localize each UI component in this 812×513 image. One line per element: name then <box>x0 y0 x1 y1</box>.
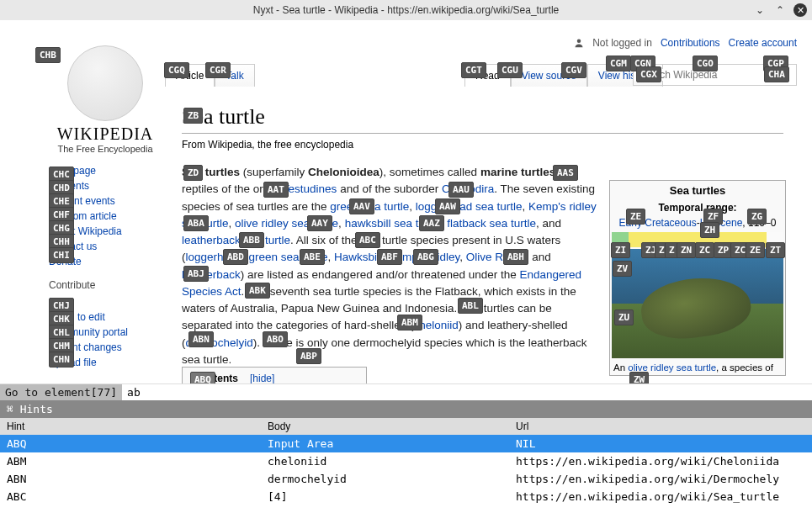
svg-point-0 <box>577 40 581 44</box>
prompt-label: Go to element[77] <box>0 384 122 400</box>
contribute-heading: Contribute <box>49 279 167 291</box>
wikipedia-logo[interactable]: WIKIPEDIA The Free Encyclopedia <box>50 45 160 154</box>
infobox-image[interactable] <box>612 249 783 358</box>
hint-tag: ZC <box>695 242 714 258</box>
hint-tag: ZE <box>626 209 645 225</box>
hints-panel: ⌘ Hints Hint Body Url ABQInput AreaNILAB… <box>0 400 812 505</box>
article-body: Sea turtles (superfamily Chelonioidea), … <box>182 164 598 368</box>
col-hint: Hint <box>0 418 261 435</box>
logo-subtitle: The Free Encyclopedia <box>50 144 160 154</box>
create-account-link[interactable]: Create account <box>729 37 797 49</box>
link-testudines[interactable]: Testudines <box>283 182 337 195</box>
hints-header: ⌘ Hints <box>0 400 812 418</box>
hint-tag: ABO <box>263 331 288 347</box>
person-icon <box>574 38 584 48</box>
close-button[interactable]: ✕ <box>793 3 807 17</box>
window-titlebar: Nyxt - Sea turtle - Wikipedia - https://… <box>0 0 812 20</box>
hint-tag: ABA <box>183 215 209 231</box>
hint-tag: ABM <box>397 315 422 331</box>
minibuffer-prompt: Go to element[77] ab <box>0 383 812 400</box>
toc-hide-link[interactable]: [hide] <box>250 373 274 383</box>
hint-tag: ZU <box>614 309 634 325</box>
hints-row[interactable]: ABMcheloniidhttps://en.wikipedia.org/wik… <box>0 452 812 470</box>
hint-tag: ABE <box>300 249 325 265</box>
hint-tag: ZH <box>700 222 719 238</box>
link-hawksbill-2[interactable]: Hawksbill <box>334 251 382 263</box>
hint-tag: CGT <box>461 62 486 78</box>
hint-tag: CGV <box>561 62 586 78</box>
hint-tag: ZE <box>746 242 765 258</box>
contributions-link[interactable]: Contributions <box>661 37 720 49</box>
hint-tag: ZN <box>677 242 696 258</box>
hint-tag: ZT <box>766 242 785 258</box>
minimize-button[interactable]: ⌄ <box>753 3 767 17</box>
col-body: Body <box>261 418 509 435</box>
hint-tag: ZV <box>613 261 632 277</box>
hint-tag: AAV <box>349 198 374 214</box>
hint-tag: ABQ <box>190 372 215 383</box>
globe-icon <box>67 45 143 121</box>
link-flatback[interactable]: flatback sea turtle <box>447 217 536 230</box>
hint-tag: CHA <box>764 66 789 82</box>
page-viewport: Not logged in Contributions Create accou… <box>0 20 812 383</box>
hint-tag: AAY <box>307 215 332 231</box>
hint-tag: CHN <box>49 352 74 368</box>
top-user-nav: Not logged in Contributions Create accou… <box>574 37 797 49</box>
hint-tag: ZB <box>183 108 203 124</box>
hint-tag: ZW <box>629 372 649 383</box>
hint-tag: CGQ <box>164 62 189 78</box>
hint-tag: AAU <box>448 182 474 198</box>
hint-tag: ABL <box>458 298 483 314</box>
window-title: Nyxt - Sea turtle - Wikipedia - https://… <box>253 4 559 16</box>
col-url: Url <box>509 418 812 435</box>
hint-tag: CGR <box>205 62 231 78</box>
hints-row[interactable]: ABC[4]https://en.wikipedia.org/wiki/Sea_… <box>0 488 812 505</box>
hint-tag: CGO <box>693 56 718 71</box>
link-leatherback[interactable]: leatherback sea turtle <box>182 234 290 246</box>
hint-tag: ABG <box>413 249 438 265</box>
hint-tag: CGM <box>606 56 631 71</box>
hint-tag: ABB <box>239 232 264 248</box>
link-loggerhead[interactable]: loggerhead sea turtle <box>416 200 523 213</box>
hint-tag: ABF <box>377 249 402 265</box>
hint-tag: ZI <box>611 242 630 258</box>
hint-tag: AAS <box>553 165 578 181</box>
hint-tag: ABC <box>355 232 380 248</box>
hints-row[interactable]: ABNdermochelyidhttps://en.wikipedia.org/… <box>0 470 812 488</box>
infobox-title: Sea turtles <box>610 181 785 200</box>
hint-tag: AAT <box>263 182 289 198</box>
hint-tag: CHI <box>49 247 74 263</box>
hint-tag: CHB <box>35 47 61 63</box>
hint-tag: CGX <box>636 66 661 82</box>
hint-tag: AAW <box>435 198 460 214</box>
maximize-button[interactable]: ⌃ <box>773 3 787 17</box>
page-subtitle: From Wikipedia, the free encyclopedia <box>182 139 783 151</box>
hint-tag: ABK <box>245 283 270 299</box>
prompt-input[interactable]: ab <box>122 384 812 400</box>
hint-tag: ZG <box>747 209 767 225</box>
hint-tag: ABN <box>188 331 214 347</box>
hint-tag: ABH <box>503 249 528 265</box>
hint-tag: AAZ <box>419 215 444 231</box>
hints-row[interactable]: ABQInput AreaNIL <box>0 435 812 452</box>
not-logged-in-label: Not logged in <box>592 37 652 49</box>
logo-text: WIKIPEDIA <box>50 124 160 144</box>
hint-tag: CGU <box>497 62 523 78</box>
page-title: Sea turtle <box>182 104 783 134</box>
hint-tag: ABJ <box>183 266 209 282</box>
hint-tag: ABP <box>296 348 321 364</box>
hints-table: Hint Body Url ABQInput AreaNILABMcheloni… <box>0 418 812 505</box>
hint-tag: ABD <box>223 249 248 265</box>
hint-tag: ZD <box>183 165 203 181</box>
